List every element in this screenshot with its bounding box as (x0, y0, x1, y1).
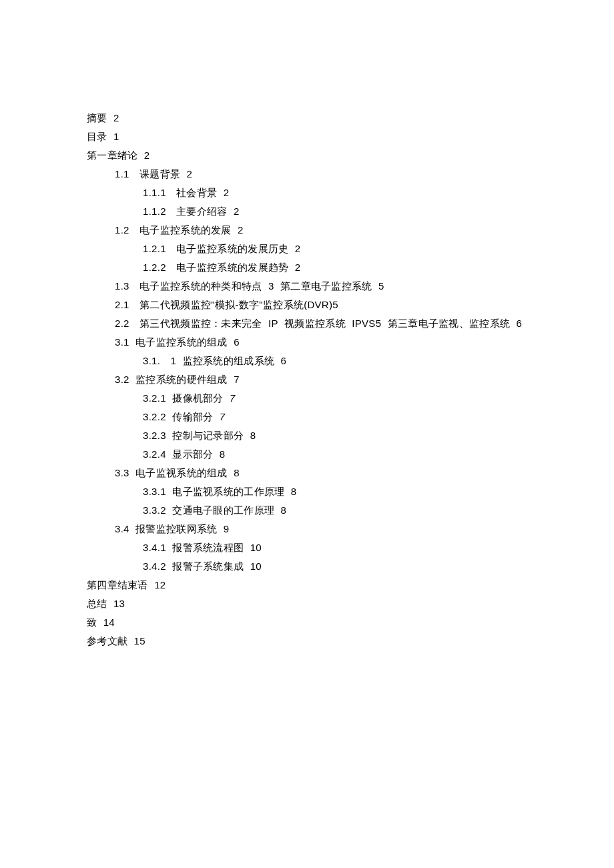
toc-entry: 3.1. 1 监控系统的组成系统 6 (87, 352, 527, 370)
toc-entry: 1.2 电子监控系统的发展 2 (87, 221, 527, 240)
toc-entry: 第四章结束语 12 (87, 576, 527, 594)
toc-entry: 3.2.1 摄像机部分 7 (87, 389, 527, 408)
toc-entry: 1.1.2 主要介绍容 2 (87, 202, 527, 221)
toc-entry: 3.3.2 交通电子眼的工作原理 8 (87, 501, 527, 520)
toc-entry: 3.4.1 报警系统流程图 10 (87, 538, 527, 557)
toc-entry: 3.3.1 电子监视系统的工作原理 8 (87, 482, 527, 501)
toc-entry: 1.2.1 电子监控系统的发展历史 2 (87, 240, 527, 258)
toc-entry: 2.2 第三代视频监控：未来完全 IP 视频监控系统 IPVS5 第三章电子监视… (87, 314, 527, 333)
toc-entry: 3.4 报警监控联网系统 9 (87, 520, 527, 538)
toc-entry: 参考文献 15 (87, 632, 527, 650)
toc-entry: 第一章绪论 2 (87, 146, 527, 165)
toc-entry: 3.4.2 报警子系统集成 10 (87, 557, 527, 576)
toc-entry: 1.2.2 电子监控系统的发展趋势 2 (87, 258, 527, 277)
toc-entry: 1.3 电子监控系统的种类和特点 3 第二章电子监控系统 5 (87, 277, 527, 296)
toc-entry: 致 14 (87, 613, 527, 632)
toc-entry: 2.1 第二代视频监控"模拟-数字"监控系统(DVR)5 (87, 296, 527, 314)
toc-entry: 总结 13 (87, 594, 527, 613)
toc-entry: 3.2 监控系统的硬件组成 7 (87, 370, 527, 389)
toc-entry: 1.1.1 社会背景 2 (87, 183, 527, 202)
toc-entry: 3.1 电子监控系统的组成 6 (87, 333, 527, 352)
toc-entry: 3.2.2 传输部分 7 (87, 408, 527, 426)
table-of-contents: 摘要 2目录 1第一章绪论 21.1 课题背景 21.1.1 社会背景 21.1… (87, 109, 527, 650)
toc-entry: 3.3 电子监视系统的组成 8 (87, 464, 527, 482)
toc-entry: 3.2.4 显示部分 8 (87, 445, 527, 464)
toc-entry: 1.1 课题背景 2 (87, 165, 527, 183)
toc-entry: 目录 1 (87, 127, 527, 146)
toc-entry: 摘要 2 (87, 109, 527, 127)
toc-entry: 3.2.3 控制与记录部分 8 (87, 426, 527, 445)
